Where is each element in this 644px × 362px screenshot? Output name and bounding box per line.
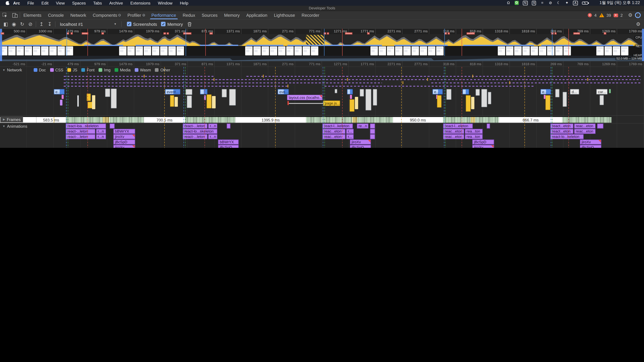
filmstrip-thumbnail[interactable] xyxy=(8,46,16,55)
apple-logo-icon[interactable] xyxy=(6,1,10,5)
network-request-bar[interactable] xyxy=(462,89,469,94)
filmstrip-thumbnail[interactable] xyxy=(539,46,546,55)
animation-bar[interactable]: r...n xyxy=(96,134,106,139)
frame-segment[interactable] xyxy=(103,117,109,123)
headset-icon[interactable]: Ω xyxy=(506,1,510,5)
tab-memory[interactable]: Memory xyxy=(221,11,243,19)
animation-bar[interactable]: react-...leton xyxy=(66,134,95,139)
animation-bar[interactable]: react-loa...skeleton xyxy=(66,123,106,128)
frame-segment[interactable]: 666.7 ms xyxy=(498,117,562,123)
tab-network[interactable]: Network xyxy=(67,11,90,19)
download-profile-icon[interactable]: ↧ xyxy=(46,20,54,28)
filmstrip-thumbnail[interactable] xyxy=(119,46,126,55)
filmstrip-thumbnail[interactable] xyxy=(387,46,394,55)
filmstrip-thumbnail[interactable] xyxy=(403,46,411,55)
filmstrip-thumbnail[interactable] xyxy=(498,46,505,55)
frames-track[interactable]: .6 ms583.5 ms700.5 ms1395.9 ms950.0 ms66… xyxy=(0,117,612,122)
collect-garbage-icon[interactable] xyxy=(185,20,194,28)
memory-checkbox[interactable]: ✓ Memory xyxy=(161,22,183,26)
animation-bar[interactable]: jBcSpD xyxy=(218,145,238,148)
frame-segment[interactable] xyxy=(475,117,498,123)
warning-count[interactable]: 39 xyxy=(606,13,611,17)
filmstrip-thumbnail[interactable] xyxy=(395,46,402,55)
network-request-bar[interactable] xyxy=(229,89,236,105)
animation-bar[interactable]: react-lo...skeleton xyxy=(183,129,217,134)
network-request-bar[interactable] xyxy=(481,89,487,107)
network-request-other[interactable]: car... xyxy=(596,89,608,94)
error-icon[interactable]: ✕ xyxy=(588,13,592,17)
tab-console[interactable]: Console xyxy=(44,11,67,19)
menu-item-app[interactable]: Arc xyxy=(10,1,24,5)
frames-section-header[interactable]: ▶ Frames xyxy=(0,117,23,122)
animation-bar[interactable]: jBcSpD xyxy=(472,140,494,144)
animation-bar[interactable]: jiroXv xyxy=(472,145,494,148)
network-request-bar[interactable] xyxy=(222,89,226,97)
network-request-bar[interactable] xyxy=(350,99,354,112)
tab-sources[interactable]: Sources xyxy=(198,11,221,19)
upload-profile-icon[interactable]: ↥ xyxy=(38,20,46,28)
filmstrip-thumbnail[interactable] xyxy=(604,46,612,55)
frame-segment[interactable] xyxy=(306,117,352,123)
inspect-element-icon[interactable] xyxy=(0,11,10,19)
tab-recorder[interactable]: Recorder xyxy=(298,11,323,19)
network-request-bar[interactable] xyxy=(77,95,79,107)
network-request-doc[interactable]: e... xyxy=(540,89,551,94)
menu-item-view[interactable]: View xyxy=(52,1,68,5)
network-request-bar[interactable] xyxy=(437,95,442,107)
filmstrip-thumbnail[interactable] xyxy=(311,46,318,55)
network-request-bar[interactable] xyxy=(88,102,92,108)
animation-bar[interactable]: reac...eton xyxy=(443,129,464,134)
network-request-bar[interactable] xyxy=(87,93,91,101)
issues-icon[interactable]: ✕ xyxy=(614,13,618,17)
settings-gear-icon[interactable]: ⚙ xyxy=(628,12,632,18)
network-request-bar[interactable] xyxy=(476,89,480,95)
target-select[interactable]: localhost #1 ▼ xyxy=(58,22,119,26)
network-request-bar[interactable] xyxy=(347,89,353,94)
animation-bar[interactable]: rea...ton xyxy=(465,129,482,134)
network-request-bar[interactable] xyxy=(206,94,212,108)
filmstrip-thumbnail[interactable] xyxy=(596,46,604,55)
frame-segment[interactable] xyxy=(185,117,235,123)
more-options-icon[interactable]: ⋮ xyxy=(635,12,641,18)
animation-bar[interactable]: reac...eton xyxy=(574,123,596,128)
network-request-bar[interactable] xyxy=(289,103,323,104)
animation-bar[interactable]: react-...leton xyxy=(66,129,95,134)
filmstrip-thumbnail[interactable] xyxy=(547,46,554,55)
animation-bar[interactable]: react-l...eleton xyxy=(443,123,472,128)
record-icon[interactable]: ◉ xyxy=(10,20,18,28)
filmstrip-thumbnail[interactable] xyxy=(41,46,48,55)
panel-settings-gear-icon[interactable]: ⚙ xyxy=(634,20,642,28)
expander-icon[interactable]: ▼ xyxy=(2,68,5,71)
screenshots-checkbox[interactable]: ✓ Screenshots xyxy=(127,22,157,26)
animation-bar[interactable]: r... xyxy=(346,129,354,134)
timeline-overview[interactable]: 500 ms1000 ms479 ms979 ms1479 ms1979 ms3… xyxy=(0,29,644,61)
filmstrip-thumbnail[interactable] xyxy=(555,46,563,55)
network-request-bar[interactable] xyxy=(609,89,611,93)
menu-item-tabs[interactable]: Tabs xyxy=(90,1,106,5)
network-request-bar[interactable] xyxy=(555,89,559,97)
network-request-doc[interactable]: eve... xyxy=(278,89,289,94)
issue-count[interactable]: 2 xyxy=(620,13,623,17)
filmstrip-thumbnail[interactable] xyxy=(168,46,176,55)
tab-profiler[interactable]: Profiler xyxy=(124,11,148,19)
animation-bar[interactable]: jBcSpD xyxy=(580,145,601,148)
grammarly-icon[interactable]: G xyxy=(514,1,519,5)
network-request-bar[interactable] xyxy=(105,89,110,97)
network-request-doc[interactable]: e... xyxy=(54,89,64,94)
frame-segment[interactable]: 950.0 ms xyxy=(392,117,443,123)
animation-bar[interactable]: r... xyxy=(346,134,354,139)
network-request-bar[interactable] xyxy=(350,95,352,99)
menu-item-help[interactable]: Help xyxy=(176,1,192,5)
animation-bar[interactable]: jiroXv xyxy=(113,134,135,139)
frame-segment[interactable] xyxy=(66,117,103,123)
animation-bar[interactable]: rea...ton xyxy=(465,134,482,139)
animation-bar[interactable] xyxy=(227,123,230,128)
animation-bar[interactable]: jBcSpD xyxy=(350,145,371,148)
animation-bar[interactable]: jBcSpD xyxy=(113,140,135,144)
animation-bar[interactable]: react-...leton xyxy=(183,134,208,139)
clear-icon[interactable]: ⊘ xyxy=(26,20,34,28)
frame-segment[interactable] xyxy=(352,117,357,123)
animation-bar[interactable]: jiroXv xyxy=(580,140,601,144)
filmstrip-thumbnail[interactable] xyxy=(294,46,302,55)
frame-segment[interactable]: 583.5 ms xyxy=(36,117,66,123)
